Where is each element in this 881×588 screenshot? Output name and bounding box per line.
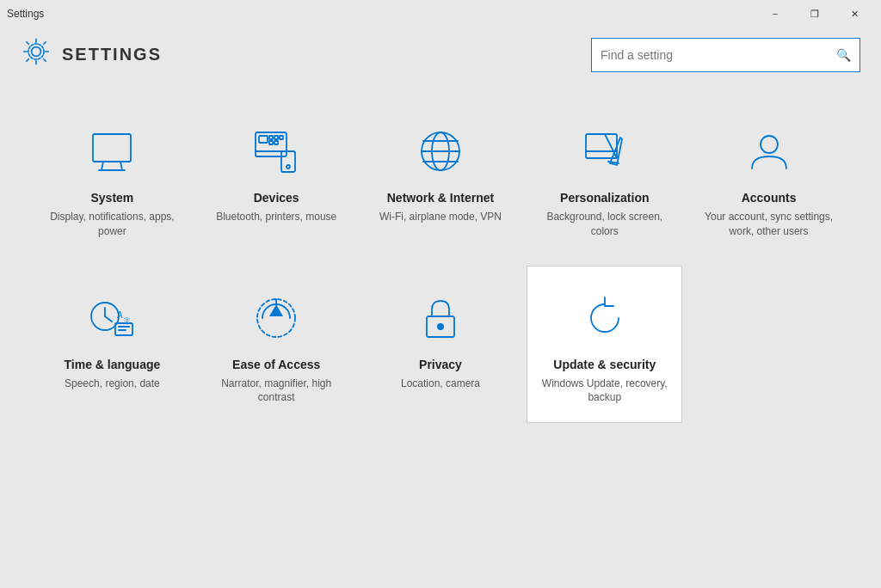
header-left: SETTINGS bbox=[21, 36, 162, 73]
gear-svg bbox=[21, 36, 52, 67]
network-icon bbox=[415, 126, 466, 177]
privacy-icon bbox=[415, 292, 466, 344]
ease-icon bbox=[250, 292, 302, 344]
devices-desc: Bluetooth, printers, mouse bbox=[216, 210, 336, 224]
settings-title: SETTINGS bbox=[62, 45, 162, 64]
svg-rect-21 bbox=[586, 134, 617, 158]
settings-item-empty bbox=[691, 266, 847, 424]
settings-item-update[interactable]: Update & security Windows Update, recove… bbox=[527, 266, 682, 424]
privacy-name: Privacy bbox=[419, 358, 462, 371]
titlebar-controls: − ❐ ✕ bbox=[755, 0, 874, 28]
titlebar: Settings − ❐ ✕ bbox=[0, 0, 881, 28]
svg-rect-7 bbox=[259, 136, 268, 143]
settings-item-personalization[interactable]: Personalization Background, lock screen,… bbox=[527, 99, 682, 257]
svg-rect-9 bbox=[274, 136, 278, 139]
time-desc: Speech, region, date bbox=[65, 377, 160, 391]
update-icon bbox=[579, 292, 631, 344]
settings-grid-row2: A 字 Time & language Speech, region, date… bbox=[34, 266, 847, 424]
svg-line-3 bbox=[102, 162, 103, 170]
svg-line-4 bbox=[120, 162, 122, 170]
main-content: System Display, notifications, apps, pow… bbox=[0, 82, 881, 440]
devices-name: Devices bbox=[254, 191, 299, 205]
settings-item-ease[interactable]: Ease of Access Narrator, magnifier, high… bbox=[199, 266, 354, 424]
search-box[interactable]: 🔍 bbox=[591, 38, 860, 72]
svg-line-27 bbox=[105, 316, 112, 322]
svg-point-36 bbox=[437, 323, 444, 330]
maximize-button[interactable]: ❐ bbox=[795, 0, 835, 28]
time-icon: A 字 bbox=[86, 292, 138, 344]
accounts-desc: Your account, sync settings, work, other… bbox=[700, 210, 837, 239]
svg-rect-11 bbox=[274, 141, 278, 144]
settings-grid-row1: System Display, notifications, apps, pow… bbox=[34, 99, 847, 257]
svg-rect-10 bbox=[269, 141, 273, 144]
update-desc: Windows Update, recovery, backup bbox=[536, 377, 673, 406]
settings-item-accounts[interactable]: Accounts Your account, sync settings, wo… bbox=[691, 99, 847, 257]
svg-rect-2 bbox=[93, 134, 131, 162]
settings-gear-icon bbox=[21, 36, 52, 73]
settings-item-time[interactable]: A 字 Time & language Speech, region, date bbox=[34, 266, 190, 424]
svg-text:字: 字 bbox=[124, 317, 130, 323]
ease-name: Ease of Access bbox=[232, 358, 320, 371]
system-name: System bbox=[90, 191, 133, 205]
svg-point-0 bbox=[32, 47, 41, 57]
network-name: Network & Internet bbox=[387, 191, 494, 205]
svg-point-15 bbox=[286, 165, 290, 168]
svg-point-24 bbox=[761, 136, 778, 153]
ease-desc: Narrator, magnifier, high contrast bbox=[208, 377, 345, 406]
system-desc: Display, notifications, apps, power bbox=[44, 210, 181, 239]
svg-rect-8 bbox=[269, 136, 273, 139]
svg-rect-28 bbox=[115, 323, 132, 335]
svg-rect-12 bbox=[280, 136, 283, 139]
personalization-desc: Background, lock screen, colors bbox=[536, 210, 673, 239]
system-icon bbox=[86, 126, 138, 177]
time-name: Time & language bbox=[65, 358, 161, 371]
personalization-icon bbox=[579, 126, 631, 177]
personalization-name: Personalization bbox=[560, 191, 649, 205]
header: SETTINGS 🔍 bbox=[0, 28, 881, 82]
svg-point-1 bbox=[28, 44, 44, 59]
settings-item-network[interactable]: Network & Internet Wi-Fi, airplane mode,… bbox=[363, 99, 519, 257]
devices-icon bbox=[250, 126, 302, 177]
network-desc: Wi-Fi, airplane mode, VPN bbox=[379, 210, 502, 224]
close-button[interactable]: ✕ bbox=[835, 0, 874, 28]
minimize-button[interactable]: − bbox=[755, 0, 795, 28]
accounts-name: Accounts bbox=[742, 191, 797, 205]
accounts-icon bbox=[743, 126, 795, 177]
search-icon[interactable]: 🔍 bbox=[836, 48, 851, 62]
search-input[interactable] bbox=[601, 48, 836, 62]
privacy-desc: Location, camera bbox=[401, 377, 480, 391]
titlebar-title: Settings bbox=[7, 8, 44, 20]
settings-item-system[interactable]: System Display, notifications, apps, pow… bbox=[34, 99, 190, 257]
settings-item-devices[interactable]: Devices Bluetooth, printers, mouse bbox=[199, 99, 354, 257]
svg-text:A: A bbox=[117, 310, 123, 320]
settings-item-privacy[interactable]: Privacy Location, camera bbox=[363, 266, 519, 424]
update-name: Update & security bbox=[553, 358, 656, 371]
